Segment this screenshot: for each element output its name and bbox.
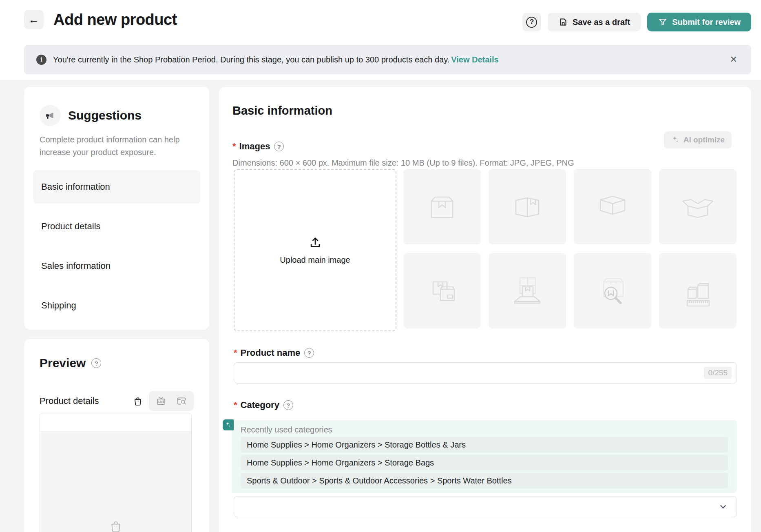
svg-text:LIVE: LIVE [159,400,165,403]
category-select[interactable] [234,496,737,517]
save-draft-label: Save as a draft [573,18,630,27]
save-draft-icon [558,17,568,27]
add-product-page: ← Add new product ? Save as a draft Subm… [0,0,761,532]
banner-text: You're currently in the Shop Probation P… [53,55,449,64]
probation-banner: i You're currently in the Shop Probation… [24,45,751,74]
sidebar-item-sales-information[interactable]: Sales information [33,249,200,283]
char-counter: 0/255 [704,367,732,379]
box-front-icon [423,187,462,226]
sidebar-item-basic-information[interactable]: Basic information [33,170,200,204]
close-icon: ✕ [730,54,737,64]
preview-phone-mock: Add images [40,413,192,532]
image-placeholder-tile [403,169,481,244]
suggestions-title: Suggestions [68,109,142,122]
image-placeholder-tile [659,169,737,244]
shopping-bag-icon [133,396,143,406]
suggestions-card: Suggestions Complete product information… [24,87,209,330]
save-draft-button[interactable]: Save as a draft [548,13,641,31]
image-placeholder-tile [659,253,737,328]
product-name-input-wrap: 0/255 [234,362,737,383]
recent-categories-title: Recently used categories [241,425,728,434]
images-field-label: * Images ? [232,141,737,152]
images-hint: Dimensions: 600 × 600 px. Maximum file s… [232,158,737,168]
basic-information-card: Basic information * Images ? AI optimize… [219,87,751,532]
help-icon: ? [526,17,537,28]
preview-toolbar: Product details LIVE [40,391,194,411]
required-mark: * [232,141,236,152]
box-open-top-icon [593,187,632,226]
image-placeholder-tile [574,169,651,244]
preview-mode-icons: LIVE [133,391,194,411]
preview-phone-body: Add images [40,431,191,532]
images-label: Images [239,141,270,152]
megaphone-icon [40,105,61,126]
back-button[interactable]: ← [24,10,44,29]
box-magnifier-icon [593,271,632,310]
image-placeholder-tile [489,253,566,328]
category-field-label: * Category ? [234,400,293,410]
product-name-field-label: * Product name ? [234,348,314,358]
preview-card: Preview ? Product details LIVE [24,339,209,532]
product-name-input[interactable] [241,368,704,378]
image-placeholder-tile [403,253,481,328]
chevron-down-icon [719,502,728,511]
recent-categories-panel: Recently used categories Home Supplies >… [232,420,737,493]
ai-sparkle-icon [671,135,680,144]
header-left: ← Add new product [24,10,177,29]
preview-header: Preview ? [40,356,194,370]
image-placeholder-tile [574,253,651,328]
section-title: Basic information [232,104,737,117]
ai-optimize-label: AI optimize [684,135,725,144]
preview-section-label: Product details [40,396,99,406]
sparkle-icon [225,421,232,428]
back-arrow-icon: ← [29,13,39,26]
category-help-icon[interactable]: ? [283,400,293,410]
required-mark: * [234,400,237,410]
upload-main-image-dropzone[interactable]: Upload main image [234,169,396,331]
suggestions-header: Suggestions [40,105,200,126]
ai-optimize-button[interactable]: AI optimize [664,131,732,149]
header-right: ? Save as a draft Submit for review [522,13,751,31]
box-3d-icon [508,187,547,226]
live-tv-icon: LIVE [156,396,166,406]
add-images-bag-icon [108,519,123,532]
recent-category-option[interactable]: Home Supplies > Home Organizers > Storag… [241,437,728,452]
banner-close-button[interactable]: ✕ [730,55,737,64]
box-sizes-ruler-icon [678,271,717,310]
upload-icon [308,236,322,250]
sidebar-item-shipping[interactable]: Shipping [33,289,200,322]
sidebar-item-product-details[interactable]: Product details [33,210,200,243]
suggestions-description: Complete product information can help in… [40,133,190,159]
upload-main-image-label: Upload main image [280,255,350,265]
page-title: Add new product [53,11,177,29]
product-name-label: Product name [241,348,301,358]
submit-funnel-icon [658,17,668,27]
preview-mode-pill: LIVE [149,391,194,411]
browse-search-icon [176,396,187,406]
preview-phone-header [40,413,191,431]
preview-mode-live-button[interactable]: LIVE [152,393,170,409]
recent-category-option[interactable]: Home Supplies > Home Organizers > Storag… [241,455,728,470]
image-placeholder-tile [489,169,566,244]
box-on-platform-icon [508,271,547,310]
help-button[interactable]: ? [522,13,541,31]
category-label: Category [241,400,279,410]
box-open-flaps-icon [678,187,717,226]
images-help-icon[interactable]: ? [274,142,284,151]
preview-mode-shop-button[interactable] [133,396,149,406]
view-details-link[interactable]: View Details [451,55,498,64]
submit-review-label: Submit for review [672,18,741,27]
box-pair-icon [423,271,462,310]
required-mark: * [234,348,237,358]
product-name-help-icon[interactable]: ? [304,348,314,358]
preview-help-icon[interactable]: ? [91,358,101,368]
suggestions-nav: Basic information Product details Sales … [33,170,200,322]
recent-category-option[interactable]: Sports & Outdoor > Sports & Outdoor Acce… [241,473,728,488]
info-icon: i [36,55,46,65]
preview-mode-browse-button[interactable] [173,393,190,409]
submit-review-button[interactable]: Submit for review [647,13,751,31]
preview-title: Preview [40,356,86,370]
ai-suggestion-badge [223,419,234,430]
